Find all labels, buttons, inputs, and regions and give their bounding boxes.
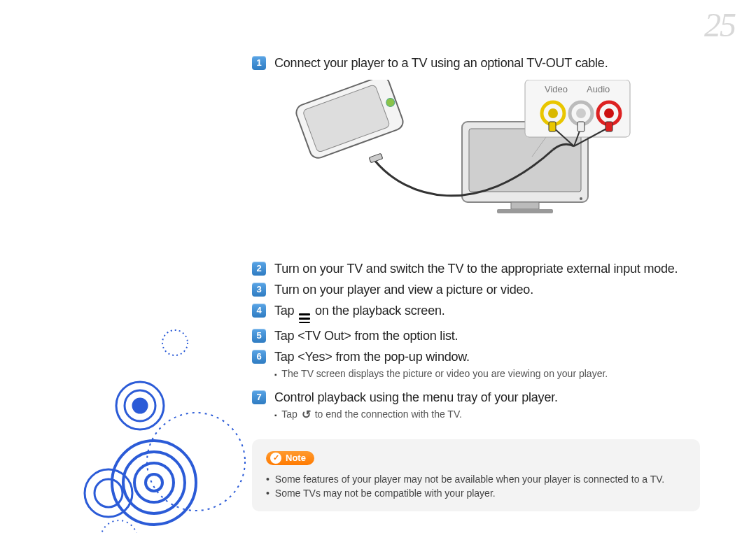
step-3-text: Turn on your player and view a picture o… (274, 281, 533, 298)
decorative-circles (70, 322, 238, 532)
step-6: 6 Tap <Yes> from the pop-up window. (252, 348, 728, 365)
svg-rect-14 (302, 84, 390, 152)
step-badge-1: 1 (252, 56, 266, 70)
svg-point-30 (147, 413, 245, 511)
label-video: Video (545, 84, 568, 94)
step-badge-5: 5 (252, 329, 266, 343)
svg-rect-17 (578, 122, 584, 132)
svg-rect-2 (511, 202, 539, 209)
step-1-text: Connect your player to a TV using an opt… (274, 55, 608, 71)
note-tag: ✓ Note (266, 451, 314, 465)
step-badge-6: 6 (252, 350, 266, 364)
svg-point-27 (146, 474, 162, 491)
step-badge-3: 3 (252, 283, 266, 297)
menu-icon (299, 313, 310, 323)
label-audio: Audio (587, 84, 610, 94)
svg-point-26 (134, 463, 174, 502)
svg-point-29 (94, 479, 122, 507)
step-2-text: Turn on your TV and switch the TV to the… (274, 260, 678, 277)
step-6-text: Tap <Yes> from the pop-up window. (274, 348, 470, 365)
svg-rect-3 (497, 209, 553, 213)
step-7-text: Control playback using the menu tray of … (274, 389, 558, 406)
svg-point-20 (162, 330, 188, 355)
step-7-sub-before: Tap (281, 408, 300, 420)
svg-rect-18 (606, 122, 612, 132)
svg-point-22 (125, 390, 155, 421)
step-5: 5 Tap <TV Out> from the option list. (252, 327, 728, 344)
step-7-sub: Tap ↺ to end the connection with the TV. (274, 407, 728, 422)
note-item-1: Some features of your player may not be … (266, 472, 686, 486)
svg-point-9 (576, 108, 586, 118)
step-3: 3 Turn on your player and view a picture… (252, 281, 728, 298)
svg-point-11 (604, 108, 614, 118)
svg-rect-19 (369, 153, 383, 163)
note-list: Some features of your player may not be … (266, 472, 686, 500)
instructions-panel: 1 Connect your player to a TV using an o… (252, 55, 728, 511)
step-badge-4: 4 (252, 304, 266, 318)
svg-point-25 (123, 452, 185, 513)
step-badge-2: 2 (252, 262, 266, 276)
svg-point-24 (112, 441, 196, 525)
step-5-text: Tap <TV Out> from the option list. (274, 327, 458, 344)
step-6-sub: The TV screen displays the picture or vi… (274, 367, 728, 382)
back-icon: ↺ (302, 408, 311, 422)
step-7: 7 Control playback using the menu tray o… (252, 389, 728, 406)
step-4-after: on the playback screen. (315, 304, 445, 318)
svg-point-7 (548, 108, 558, 118)
page-number: 25 (704, 6, 735, 44)
svg-point-28 (85, 469, 132, 517)
step-1: 1 Connect your player to a TV using an o… (252, 55, 728, 71)
note-item-2: Some TVs may not be compatible with your… (266, 486, 686, 500)
step-4-text: Tap on the playback screen. (274, 302, 445, 323)
svg-point-21 (116, 382, 164, 429)
svg-rect-16 (549, 122, 556, 132)
svg-point-4 (580, 197, 582, 200)
tv-out-diagram: Video Audio (252, 80, 644, 241)
step-4-before: Tap (274, 304, 298, 318)
step-badge-7: 7 (252, 390, 266, 404)
step-7-sub-after: to end the connection with the TV. (315, 408, 462, 420)
check-icon: ✓ (270, 453, 281, 464)
note-label: Note (286, 453, 306, 463)
svg-point-31 (101, 520, 137, 533)
svg-point-23 (133, 399, 147, 413)
step-4: 4 Tap on the playback screen. (252, 302, 728, 323)
note-box: ✓ Note Some features of your player may … (252, 439, 700, 511)
step-2: 2 Turn on your TV and switch the TV to t… (252, 260, 728, 277)
